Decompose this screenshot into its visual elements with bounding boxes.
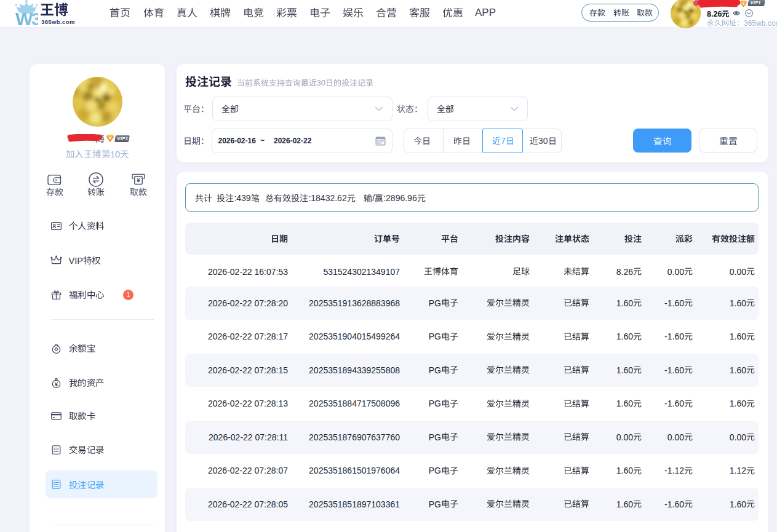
svg-text:W3: W3 xyxy=(15,9,38,28)
